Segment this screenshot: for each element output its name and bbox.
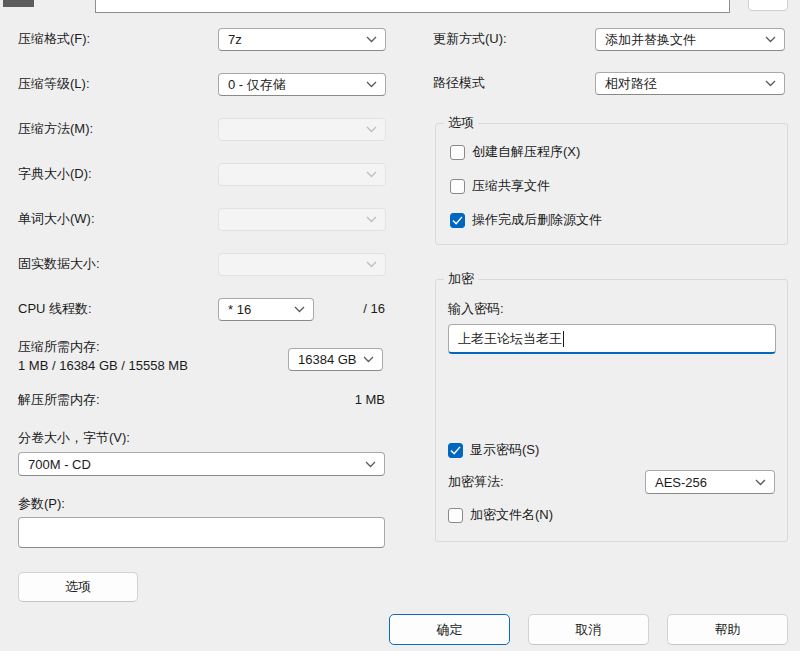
chevron-down-icon <box>366 126 377 134</box>
cancel-button[interactable]: 取消 <box>528 614 649 645</box>
checkbox-icon <box>450 179 465 194</box>
method-label: 压缩方法(M): <box>18 118 93 140</box>
cpu-threads-label: CPU 线程数: <box>18 298 92 320</box>
update-mode-combobox[interactable]: 添加并替换文件 <box>595 28 785 51</box>
solid-block-size-label: 固实数据大小: <box>18 253 100 275</box>
solid-block-size-combobox <box>218 253 386 276</box>
cpu-threads-combobox[interactable]: * 16 <box>218 298 314 321</box>
memory-decompress-value: 1 MB <box>300 389 385 411</box>
chevron-down-icon <box>363 356 374 364</box>
method-combobox <box>218 118 386 141</box>
format-label: 压缩格式(F): <box>18 28 90 50</box>
dictionary-size-label: 字典大小(D): <box>18 163 92 185</box>
checkbox-icon <box>448 508 463 523</box>
options-group-title: 选项 <box>444 115 478 131</box>
add-to-archive-dialog: 压缩格式(F): 7z 压缩等级(L): 0 - 仅存储 压缩方法(M): 字典… <box>0 0 800 651</box>
chevron-down-icon <box>365 460 376 468</box>
path-mode-combobox[interactable]: 相对路径 <box>595 72 785 95</box>
word-size-combobox <box>218 208 386 231</box>
level-combobox[interactable]: 0 - 仅存储 <box>218 73 386 96</box>
memory-compress-detail: 1 MB / 16384 GB / 15558 MB <box>18 358 188 373</box>
split-volume-combobox[interactable]: 700M - CD <box>18 452 385 476</box>
chevron-down-icon <box>366 216 377 224</box>
text-cursor <box>563 331 564 347</box>
checkbox-icon <box>450 145 465 160</box>
chevron-down-icon <box>765 36 776 44</box>
password-label: 输入密码: <box>448 298 504 320</box>
memory-compress-label: 压缩所需内存: <box>18 336 100 358</box>
help-button[interactable]: 帮助 <box>667 614 788 645</box>
chevron-down-icon <box>366 261 377 269</box>
compress-shared-checkbox[interactable]: 压缩共享文件 <box>450 178 550 194</box>
encryption-group-title: 加密 <box>444 271 478 287</box>
chevron-down-icon <box>294 306 305 314</box>
show-password-checkbox[interactable]: 显示密码(S) <box>448 442 539 458</box>
truncated-element-fragment <box>3 0 34 7</box>
chevron-down-icon <box>765 80 776 88</box>
sfx-options-button[interactable]: 选项 <box>18 572 138 602</box>
memory-decompress-label: 解压所需内存: <box>18 389 100 411</box>
encryption-method-label: 加密算法: <box>448 471 504 493</box>
parameters-input[interactable] <box>18 517 385 548</box>
path-mode-label: 路径模式 <box>433 72 485 94</box>
ok-button[interactable]: 确定 <box>389 614 510 645</box>
memory-limit-combobox[interactable]: 16384 GB <box>288 348 383 371</box>
parameters-label: 参数(P): <box>18 493 65 515</box>
archive-name-input[interactable] <box>95 0 730 13</box>
format-combobox[interactable]: 7z <box>218 28 386 51</box>
create-sfx-checkbox[interactable]: 创建自解压程序(X) <box>450 144 580 160</box>
chevron-down-icon <box>366 36 377 44</box>
chevron-down-icon <box>366 171 377 179</box>
checkbox-icon <box>450 213 465 228</box>
chevron-down-icon <box>755 478 766 486</box>
word-size-label: 单词大小(W): <box>18 208 95 230</box>
chevron-down-icon <box>366 81 377 89</box>
split-volume-label: 分卷大小，字节(V): <box>18 427 130 449</box>
dictionary-size-combobox <box>218 163 386 186</box>
update-mode-label: 更新方式(U): <box>433 28 507 50</box>
encryption-method-combobox[interactable]: AES-256 <box>645 470 775 494</box>
cpu-threads-max: / 16 <box>340 298 385 320</box>
browse-button[interactable] <box>748 0 788 11</box>
checkbox-icon <box>448 443 463 458</box>
delete-after-checkbox[interactable]: 操作完成后删除源文件 <box>450 212 602 228</box>
level-label: 压缩等级(L): <box>18 73 90 95</box>
encrypt-filenames-checkbox[interactable]: 加密文件名(N) <box>448 507 553 523</box>
password-input[interactable]: 上老王论坛当老王 <box>448 324 776 354</box>
